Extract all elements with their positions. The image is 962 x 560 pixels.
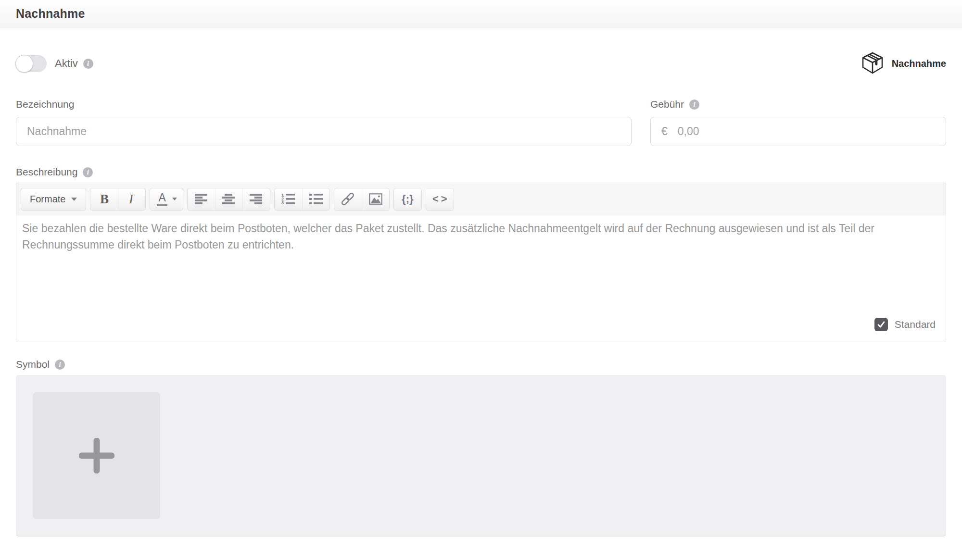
symbol-dropzone[interactable] [16, 375, 946, 536]
checkmark-icon [876, 319, 886, 330]
payment-method-badge: Nachnahme [860, 51, 946, 76]
text-color-icon: A [157, 192, 167, 206]
payment-method-form: Aktiv i Nachnahme Bezeichnung [0, 54, 962, 536]
unordered-list-icon [309, 193, 323, 205]
image-icon [369, 193, 382, 205]
info-icon[interactable]: i [83, 59, 93, 69]
insert-image-button[interactable] [362, 188, 389, 210]
active-toggle[interactable] [16, 55, 47, 72]
toggle-knob[interactable] [15, 55, 33, 73]
fee-input[interactable] [678, 125, 935, 138]
italic-button[interactable]: I [118, 188, 145, 210]
rich-text-editor: Formate B I A [16, 183, 946, 342]
align-left-button[interactable] [188, 188, 215, 210]
formats-dropdown-button[interactable]: Formate [21, 188, 86, 210]
align-left-icon [195, 193, 208, 205]
symbol-field-label: Symbol [16, 359, 50, 370]
payment-method-badge-label: Nachnahme [892, 58, 946, 69]
align-right-icon [250, 193, 263, 205]
svg-text:3: 3 [281, 200, 284, 205]
description-field-label: Beschreibung [16, 166, 77, 178]
chevron-down-icon [172, 198, 177, 200]
editor-content-area[interactable]: Sie bezahlen die bestellte Ware direkt b… [16, 215, 946, 342]
info-icon[interactable]: i [689, 100, 699, 110]
unordered-list-button[interactable] [302, 188, 329, 210]
smarty-snippet-button[interactable]: {;} [394, 188, 421, 210]
snippet-icon: {;} [402, 193, 413, 205]
ordered-list-icon: 1 2 3 [281, 193, 295, 205]
ordered-list-button[interactable]: 1 2 3 [275, 188, 302, 210]
align-right-button[interactable] [242, 188, 270, 210]
info-icon[interactable]: i [83, 167, 93, 177]
name-input[interactable] [16, 117, 632, 146]
editor-toolbar: Formate B I A [16, 183, 946, 215]
package-icon [860, 51, 886, 76]
bold-icon: B [100, 192, 109, 207]
fee-field-label: Gebühr [650, 99, 684, 110]
plus-icon [79, 438, 114, 473]
align-center-icon [222, 193, 235, 205]
currency-symbol: € [661, 125, 668, 138]
add-image-tile[interactable] [33, 392, 160, 519]
active-toggle-label: Aktiv [55, 57, 78, 70]
bold-button[interactable]: B [90, 188, 118, 210]
source-code-icon: <> [430, 193, 450, 205]
source-code-button[interactable]: <> [426, 188, 454, 210]
page-header: Nachnahme [0, 0, 962, 27]
text-color-button[interactable]: A [150, 188, 182, 210]
align-center-button[interactable] [215, 188, 242, 210]
standard-checkbox-label: Standard [895, 319, 936, 330]
name-field-label: Bezeichnung [16, 98, 632, 111]
chevron-down-icon [71, 198, 77, 201]
fee-input-wrap: € [650, 117, 946, 146]
italic-icon: I [129, 192, 135, 207]
info-icon[interactable]: i [55, 360, 65, 370]
link-icon [341, 193, 354, 205]
insert-link-button[interactable] [334, 188, 362, 210]
standard-checkbox[interactable] [874, 318, 888, 331]
description-text[interactable]: Sie bezahlen die bestellte Ware direkt b… [22, 220, 940, 253]
page-title: Nachnahme [16, 7, 85, 21]
